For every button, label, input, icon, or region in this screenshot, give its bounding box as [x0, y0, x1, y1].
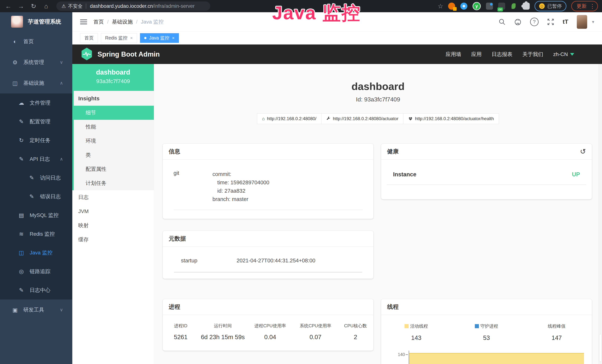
plant-extension-icon[interactable]: [510, 3, 517, 10]
grid-extension-icon[interactable]: [486, 3, 493, 10]
scrollbar-thumb[interactable]: [599, 334, 602, 362]
fullscreen-icon[interactable]: [547, 18, 554, 25]
url-text[interactable]: dashboard.yudao.iocoder.cn/infra/admin-s…: [90, 3, 194, 9]
sidebar-collapse-icon[interactable]: [80, 20, 87, 24]
process-card: 进程 进程ID 5261 运行时间 6d 23h 15m 59s 进程CPU使用…: [163, 299, 373, 351]
history-icon[interactable]: ↺: [580, 147, 586, 156]
actuator-url: http://192.168.0.2:48080/actuator: [333, 116, 399, 121]
sba-item-jvm[interactable]: JVM: [72, 204, 154, 218]
sba-body: dashboard 93a3fc7f7409 Insights 细节 性能 环境…: [72, 64, 602, 364]
close-icon[interactable]: ×: [130, 35, 133, 41]
content-scrollbar[interactable]: [599, 64, 602, 364]
row-divider: [174, 272, 362, 273]
cloud-icon: ☁: [18, 100, 25, 106]
sba-item-details[interactable]: 细节: [74, 106, 154, 120]
tab-redis-monitor[interactable]: Redis 监控 ×: [101, 33, 137, 43]
metadata-card: 元数据 startup 2021-04-27T00:44:31.254+08:0…: [163, 231, 373, 279]
address-bar[interactable]: ⚠ 不安全 dashboard.yudao.iocoder.cn/infra/a…: [56, 1, 210, 11]
sidebar-item-api-log[interactable]: ✎ API 日志 ∧: [0, 150, 72, 168]
sba-item-caches[interactable]: 缓存: [72, 233, 154, 247]
health-instance-row[interactable]: Instance UP: [381, 160, 592, 178]
page-title: dashboard: [154, 80, 602, 92]
actuator-url-button[interactable]: http://192.168.0.2:48080/actuator: [321, 113, 404, 124]
avatar-caret-icon[interactable]: ▾: [592, 19, 594, 24]
url-host: dashboard.yudao.iocoder.cn: [90, 3, 153, 9]
sba-item-scheduled-tasks[interactable]: 计划任务: [74, 176, 154, 190]
breadcrumb-home[interactable]: 首页: [93, 18, 104, 25]
health-row-label: Instance: [393, 171, 416, 178]
sba-title[interactable]: Spring Boot Admin: [97, 50, 160, 58]
sba-nav-applications[interactable]: 应用: [471, 51, 482, 58]
sba-item-config-props[interactable]: 配置属性: [74, 162, 154, 176]
sidebar-item-mysql-monitor[interactable]: ▤ MySQL 监控: [0, 206, 72, 225]
search-icon[interactable]: [499, 18, 505, 25]
breadcrumb-infra[interactable]: 基础设施: [112, 18, 133, 25]
bookmark-star-icon[interactable]: ☆: [438, 2, 443, 10]
tab-java-monitor[interactable]: Java 监控 ×: [140, 33, 179, 43]
breadcrumb: 首页 / 基础设施 / Java 监控: [93, 18, 164, 25]
sidebar-item-java-monitor[interactable]: ◫ Java 监控: [0, 243, 72, 262]
wrench-icon: [326, 117, 331, 121]
language-label: zh-CN: [553, 51, 568, 57]
extensions-row: y on: [448, 2, 530, 10]
extension-icon-orange[interactable]: [448, 3, 455, 10]
layers-icon: ≋: [18, 231, 25, 237]
browser-home-icon[interactable]: ⌂: [42, 3, 50, 10]
onetab-extension-icon[interactable]: on: [498, 3, 505, 10]
not-secure-label[interactable]: 不安全: [68, 3, 83, 10]
sba-logo-icon[interactable]: [81, 47, 93, 61]
help-icon[interactable]: ?: [530, 18, 538, 26]
app-logo-row[interactable]: 芋道管理系统: [0, 12, 72, 31]
gear-icon: ⚙: [11, 59, 19, 66]
paused-profile-badge[interactable]: ☺ 已暂停: [535, 1, 566, 11]
sidebar-item-log-center[interactable]: ✎ 日志中心: [0, 281, 72, 300]
sidebar-item-access-log[interactable]: ✎ 访问日志: [0, 168, 72, 187]
process-col-cpus: CPU核心数 2: [338, 323, 373, 341]
reload-icon[interactable]: ↻: [29, 2, 38, 10]
sidebar-item-label: API 日志: [30, 156, 50, 163]
tab-home[interactable]: 首页: [80, 33, 98, 43]
git-id-line: id: 27aa832: [213, 187, 269, 195]
sba-nav-wallboard[interactable]: 应用墙: [446, 51, 461, 58]
sba-nav-journal[interactable]: 日志报表: [492, 51, 512, 58]
sidebar-item-error-log[interactable]: ✎ 错误日志: [0, 187, 72, 206]
cell-value: 5261: [163, 334, 199, 341]
puzzle-extensions-icon[interactable]: [523, 3, 530, 10]
process-col-pid: 进程ID 5261: [163, 323, 199, 341]
sba-item-metrics[interactable]: 性能: [74, 120, 154, 134]
browser-update-button[interactable]: 更新 ⋮: [571, 1, 598, 11]
sidebar-item-tracing[interactable]: ◎ 链路追踪: [0, 262, 72, 281]
github-icon[interactable]: [514, 18, 522, 26]
instance-header[interactable]: dashboard 93a3fc7f7409: [72, 64, 154, 91]
card-title: 元数据: [169, 235, 186, 243]
server-icon: ▤: [18, 212, 25, 218]
service-url-button[interactable]: ⌂ http://192.168.0.2:48080/: [257, 113, 321, 124]
sba-item-mappings[interactable]: 映射: [72, 218, 154, 233]
sidebar-item-system[interactable]: ⚙ 系统管理 ∨: [0, 52, 72, 73]
sidebar-item-infra[interactable]: ◫ 基础设施 ∧: [0, 73, 72, 94]
sidebar-item-config-mgmt[interactable]: ✎ 配置管理: [0, 112, 72, 131]
sba-item-logs[interactable]: 日志: [72, 190, 154, 204]
app-title: 芋道管理系统: [28, 18, 61, 26]
sidebar-item-dev-tools[interactable]: ▣ 研发工具 ∨: [0, 300, 72, 320]
sidebar-item-redis-monitor[interactable]: ≋ Redis 监控: [0, 225, 72, 243]
location-pin-extension-icon[interactable]: [460, 3, 467, 10]
forward-icon[interactable]: →: [17, 3, 25, 10]
sba-item-environment[interactable]: 环境: [74, 134, 154, 148]
health-url-button[interactable]: http://192.168.0.2:48080/actuator/health: [403, 113, 499, 124]
browser-menu-icon[interactable]: ⋮: [590, 3, 595, 10]
y-extension-icon[interactable]: y: [473, 2, 481, 10]
breadcrumb-separator: /: [136, 19, 138, 25]
sidebar-item-scheduled-jobs[interactable]: ↻ 定时任务: [0, 131, 72, 150]
back-icon[interactable]: ←: [4, 3, 13, 10]
sba-nav-about[interactable]: 关于我们: [522, 51, 543, 58]
user-avatar[interactable]: [577, 15, 587, 29]
close-icon[interactable]: ×: [172, 35, 175, 41]
info-row-key: git: [173, 170, 213, 203]
breadcrumb-separator: /: [107, 19, 109, 25]
font-size-icon[interactable]: tT: [563, 18, 568, 25]
sidebar-item-home[interactable]: ◐ 首页: [0, 31, 72, 52]
sba-language-select[interactable]: zh-CN: [553, 51, 574, 57]
sidebar-item-file-mgmt[interactable]: ☁ 文件管理: [0, 94, 72, 112]
sba-item-classes[interactable]: 类: [74, 148, 154, 162]
